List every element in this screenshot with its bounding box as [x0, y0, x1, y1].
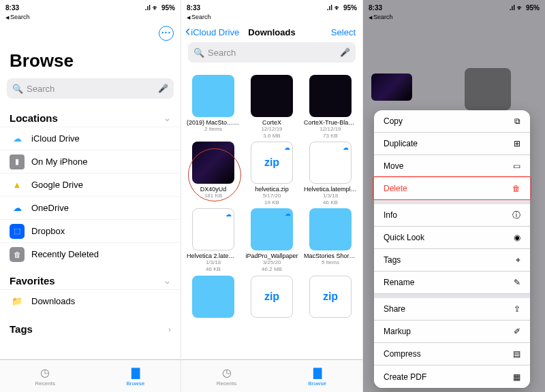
- file-item[interactable]: zip: [301, 276, 360, 320]
- breadcrumb[interactable]: Search: [181, 14, 362, 20]
- file-meta: 181 KB: [204, 193, 222, 199]
- tab-recents[interactable]: ◷ Recents: [181, 360, 272, 392]
- menu-copy[interactable]: Copy⧉: [374, 110, 530, 133]
- cloud-icon: ☁︎: [225, 211, 232, 218]
- more-button[interactable]: ···: [159, 26, 174, 41]
- eye-icon: ◉: [514, 233, 520, 242]
- info-icon: ⓘ: [512, 210, 520, 221]
- location-onedrive[interactable]: ☁︎ OneDrive: [0, 196, 181, 219]
- cloud-icon: ☁︎: [343, 144, 349, 151]
- search-input[interactable]: [208, 48, 340, 58]
- chevron-down-icon[interactable]: ⌄: [164, 113, 171, 123]
- pencil-icon: ✎: [514, 278, 520, 287]
- cloud-icon: ☁︎: [284, 144, 290, 151]
- archive-icon: ▤: [513, 349, 520, 359]
- tab-browse[interactable]: ▇ Browse: [91, 360, 181, 392]
- menu-markup[interactable]: Markup✐: [374, 321, 530, 343]
- menu-move[interactable]: Move▭: [374, 155, 530, 178]
- select-button[interactable]: Select: [331, 27, 356, 37]
- pdf-icon: ▦: [513, 372, 520, 382]
- tab-bar: ◷ Recents ▇ Browse: [0, 359, 181, 392]
- wifi-icon: ᯤ: [153, 4, 159, 12]
- tab-browse[interactable]: ▇ Browse: [272, 360, 362, 392]
- copy-icon: ⧉: [514, 116, 520, 126]
- tab-bar: ◷ Recents ▇ Browse: [181, 359, 362, 392]
- file-item[interactable]: (2019) MacSto…llpapers2 items: [184, 75, 243, 139]
- mic-icon[interactable]: 🎤: [158, 84, 168, 93]
- file-meta: 5 items: [322, 259, 339, 266]
- selected-thumbnail: [371, 74, 412, 101]
- menu-share[interactable]: Share⇪: [374, 298, 530, 321]
- file-meta: 12/12/1973 KB: [320, 126, 341, 139]
- tag-icon: ⌖: [516, 255, 520, 265]
- favorite-downloads[interactable]: 📁 Downloads: [0, 289, 181, 312]
- file-name: CorteX-True-Black-Neon: [304, 119, 357, 126]
- folder-icon: ▇: [131, 366, 140, 379]
- icloud-icon: ☁︎: [10, 131, 25, 146]
- signal-icon: .ıl: [145, 4, 151, 12]
- file-item[interactable]: MacStories Shortcuts Icons5 items: [301, 208, 360, 272]
- file-meta: 1/3/1846 KB: [206, 259, 221, 272]
- chevron-down-icon[interactable]: ⌄: [164, 276, 171, 286]
- page-title: Downloads: [248, 27, 295, 37]
- search-icon: 🔍: [193, 48, 204, 58]
- mic-icon[interactable]: 🎤: [340, 48, 350, 57]
- clock-icon: ◷: [222, 366, 232, 379]
- file-item[interactable]: DX40yUd181 KB: [184, 142, 243, 206]
- search-field: 🔍 🎤: [7, 78, 174, 99]
- status-bar: 8:33 .ıl ᯤ 95%: [0, 0, 181, 14]
- folder-icon: ▭: [513, 161, 520, 171]
- tab-recents[interactable]: ◷ Recents: [0, 360, 91, 392]
- trash-icon: 🗑: [10, 247, 25, 262]
- status-bar: 8:33 .ılᯤ95%: [181, 0, 362, 14]
- file-item[interactable]: zip☁︎helvetica.zip5/17/2019 KB: [243, 142, 301, 206]
- file-name: Helvetica.latemplate: [304, 186, 357, 193]
- file-meta: 2 items: [204, 126, 222, 133]
- onedrive-icon: ☁︎: [10, 201, 25, 216]
- breadcrumb[interactable]: Search: [363, 14, 545, 20]
- file-name: CorteX: [262, 119, 281, 126]
- file-item[interactable]: [184, 276, 243, 320]
- file-item[interactable]: ☁︎Helvetica.latemplate1/3/1846 KB: [301, 142, 360, 206]
- location-deleted[interactable]: 🗑 Recently Deleted: [0, 242, 181, 265]
- file-item[interactable]: CorteX-True-Black-Neon12/12/1973 KB: [301, 75, 360, 139]
- iphone-icon: ▮: [10, 154, 25, 169]
- file-name: helvetica.zip: [255, 186, 289, 193]
- locations-list: ☁︎ iCloud Drive ▮ On My iPhone ▲ Google …: [0, 127, 181, 265]
- cloud-icon: ☁︎: [285, 210, 291, 217]
- location-gdrive[interactable]: ▲ Google Drive: [0, 173, 181, 196]
- section-favorites: Favorites: [10, 275, 55, 287]
- breadcrumb[interactable]: Search: [0, 14, 181, 20]
- file-item[interactable]: ☁︎iPadPro_Wallpaper3/25/2046.2 MB: [243, 208, 301, 272]
- menu-createpdf[interactable]: Create PDF▦: [374, 365, 530, 388]
- file-item[interactable]: zip: [243, 276, 301, 320]
- duplicate-icon: ⊞: [514, 139, 520, 148]
- menu-delete[interactable]: Delete🗑: [374, 178, 530, 200]
- status-bar: 8:33 .ılᯤ95%: [363, 0, 545, 14]
- location-iphone[interactable]: ▮ On My iPhone: [0, 150, 181, 173]
- file-meta: 1/3/1846 KB: [323, 193, 338, 206]
- menu-duplicate[interactable]: Duplicate⊞: [374, 133, 530, 155]
- search-icon: 🔍: [12, 84, 23, 94]
- menu-rename[interactable]: Rename✎: [374, 272, 530, 294]
- file-name: iPadPro_Wallpaper: [245, 252, 298, 259]
- menu-tags[interactable]: Tags⌖: [374, 249, 530, 272]
- folder-icon: 📁: [10, 294, 25, 309]
- location-icloud[interactable]: ☁︎ iCloud Drive: [0, 127, 181, 150]
- menu-info[interactable]: Infoⓘ: [374, 204, 530, 227]
- menu-quicklook[interactable]: Quick Look◉: [374, 227, 530, 249]
- search-input[interactable]: [27, 84, 158, 94]
- gdrive-icon: ▲: [10, 178, 25, 193]
- file-item[interactable]: CorteX12/12/193.6 MB: [243, 75, 301, 139]
- menu-compress[interactable]: Compress▤: [374, 343, 530, 365]
- chevron-right-icon[interactable]: ›: [168, 324, 171, 334]
- markup-icon: ✐: [514, 327, 520, 336]
- dropbox-icon: ⬚: [10, 224, 25, 239]
- file-meta: 12/12/193.6 MB: [261, 126, 282, 139]
- file-name: Helvetica 2.latemplate: [187, 252, 240, 259]
- back-button[interactable]: iCloud Drive: [185, 27, 239, 37]
- context-menu: Copy⧉ Duplicate⊞ Move▭ Delete🗑 Infoⓘ Qui…: [374, 110, 530, 388]
- location-dropbox[interactable]: ⬚ Dropbox: [0, 219, 181, 242]
- folder-icon: ▇: [313, 366, 322, 379]
- file-item[interactable]: ☁︎Helvetica 2.latemplate1/3/1846 KB: [184, 208, 243, 272]
